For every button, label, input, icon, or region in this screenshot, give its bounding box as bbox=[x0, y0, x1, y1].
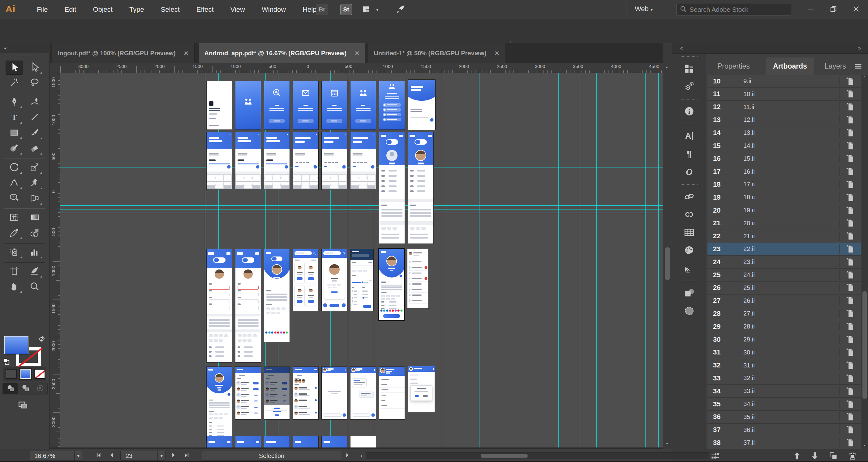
artboard-mobile_intro[interactable]: × bbox=[408, 80, 435, 130]
stock-search-input[interactable]: Search Adobe Stock bbox=[676, 4, 791, 15]
guide-line[interactable] bbox=[645, 73, 646, 448]
artboard-profile_view[interactable] bbox=[379, 132, 405, 243]
column-graph-tool[interactable] bbox=[26, 245, 43, 260]
artboard-name[interactable]: 29.ii bbox=[738, 336, 839, 343]
lasso-tool[interactable] bbox=[26, 76, 43, 90]
guide-line[interactable] bbox=[581, 73, 581, 448]
menu-item-type[interactable]: Type bbox=[121, 6, 153, 13]
artboard-search_results[interactable] bbox=[293, 249, 318, 311]
swatches-panel-button[interactable] bbox=[672, 224, 706, 242]
previous-artboard-button[interactable] bbox=[106, 451, 117, 461]
artboard-enter_number[interactable]: × bbox=[207, 132, 232, 190]
artboard-row[interactable]: 1514.ii bbox=[708, 139, 861, 152]
artboard-welcome[interactable] bbox=[379, 81, 405, 130]
shape-builder-tool[interactable] bbox=[6, 192, 23, 206]
close-tab-icon[interactable]: ✕ bbox=[354, 50, 360, 57]
scroll-up-arrow[interactable]: ⌃ bbox=[665, 66, 669, 71]
direct-selection-tool[interactable] bbox=[26, 61, 43, 75]
artboard-name[interactable]: 33.ii bbox=[738, 388, 839, 395]
artboard-row[interactable]: 3231.ii bbox=[708, 359, 861, 372]
perspective-grid-tool[interactable] bbox=[26, 192, 43, 206]
panel-tab-artboards[interactable]: Artboards bbox=[766, 58, 814, 75]
artboard-page-icon[interactable] bbox=[839, 77, 861, 86]
artboard-row[interactable]: 1312.ii bbox=[708, 113, 861, 126]
artboard-name[interactable]: 17.ii bbox=[738, 181, 839, 188]
artboard-name[interactable]: 28.ii bbox=[738, 323, 839, 330]
artboard-navigation-dropdown[interactable]: 23 ▾ bbox=[120, 451, 165, 461]
artboard-row[interactable]: 3736.ii bbox=[708, 424, 861, 437]
character-panel-button[interactable]: A bbox=[672, 128, 706, 145]
gpu-performance-icon[interactable] bbox=[395, 4, 406, 16]
guide-line[interactable] bbox=[60, 212, 662, 213]
gradient-button[interactable] bbox=[21, 369, 31, 379]
stock-button[interactable]: St bbox=[340, 4, 352, 15]
rectangle-tool[interactable] bbox=[6, 126, 23, 140]
opentype-panel-button[interactable]: O bbox=[672, 164, 706, 181]
artboard-page-icon[interactable] bbox=[839, 244, 861, 254]
artboard-name[interactable]: 13.ii bbox=[738, 129, 839, 136]
selection-tool[interactable] bbox=[6, 61, 23, 75]
artboard-menu[interactable] bbox=[407, 249, 428, 308]
artboard-row[interactable]: 1716.ii bbox=[708, 165, 861, 178]
mesh-tool[interactable] bbox=[6, 211, 23, 225]
artboard-name[interactable]: 15.ii bbox=[738, 155, 839, 162]
artboard-blank[interactable] bbox=[350, 436, 376, 448]
hand-tool[interactable] bbox=[6, 280, 23, 294]
menu-item-window[interactable]: Window bbox=[253, 6, 294, 13]
guide-line[interactable] bbox=[479, 73, 479, 448]
artboard-name[interactable]: 30.ii bbox=[738, 349, 839, 356]
artboard-onboard_team[interactable] bbox=[350, 81, 376, 130]
artboard-name[interactable]: 10.ii bbox=[738, 91, 839, 98]
type-tool[interactable]: T bbox=[6, 111, 23, 125]
blend-tool[interactable] bbox=[26, 226, 43, 240]
artboard-name[interactable]: 35.ii bbox=[738, 414, 839, 421]
artboard-contact_options[interactable] bbox=[379, 367, 405, 419]
artboard-page-icon[interactable] bbox=[839, 374, 861, 383]
artboard-page-icon[interactable] bbox=[839, 193, 861, 202]
artboard-row[interactable]: 2827.ii bbox=[708, 307, 861, 320]
artboard-page-icon[interactable] bbox=[839, 115, 861, 125]
guide-line[interactable] bbox=[442, 73, 442, 448]
canvas[interactable]: ××××××× bbox=[60, 73, 662, 448]
artboard-name[interactable]: 21.ii bbox=[738, 233, 839, 240]
artboard-row[interactable]: 3029.ii bbox=[708, 333, 861, 346]
artboard-notifications[interactable] bbox=[293, 436, 318, 448]
artboard-onboard_calendar[interactable] bbox=[322, 81, 347, 130]
artboard-name[interactable]: 20.ii bbox=[738, 220, 839, 227]
artboard-friends[interactable] bbox=[236, 367, 261, 419]
curvature-tool[interactable] bbox=[26, 95, 43, 109]
artboard-terms[interactable] bbox=[264, 436, 289, 448]
first-artboard-button[interactable] bbox=[93, 451, 104, 461]
artboard-messages[interactable] bbox=[293, 367, 318, 419]
horizontal-scrollbar[interactable] bbox=[366, 453, 709, 459]
ruler-origin-corner[interactable] bbox=[50, 63, 60, 73]
scrollbar-thumb[interactable] bbox=[665, 247, 670, 280]
artboard-onboard_mail[interactable] bbox=[293, 81, 318, 130]
artboard-row[interactable]: 3534.ii bbox=[708, 398, 861, 411]
slice-tool[interactable] bbox=[26, 265, 43, 279]
collapse-tools-button[interactable]: « bbox=[0, 43, 49, 53]
artboard-block_account[interactable] bbox=[236, 436, 261, 448]
document-tab[interactable]: Android_app.pdf* @ 16.67% (RGB/GPU Previ… bbox=[199, 43, 366, 63]
color-button[interactable] bbox=[6, 369, 17, 379]
artboard-row[interactable]: 109.ii bbox=[708, 75, 861, 88]
swap-fill-stroke-icon[interactable] bbox=[38, 335, 46, 344]
artboard-page-icon[interactable] bbox=[839, 154, 861, 163]
artboard-row[interactable]: 3837.ii bbox=[708, 436, 861, 449]
vertical-scrollbar[interactable]: ⌃ ⌄ bbox=[663, 63, 672, 448]
menu-item-file[interactable]: File bbox=[28, 6, 56, 13]
artboard-tool[interactable] bbox=[6, 265, 23, 279]
artboard-name[interactable]: 19.ii bbox=[738, 207, 839, 214]
guide-line[interactable] bbox=[348, 73, 348, 448]
minimize-button[interactable] bbox=[799, 0, 822, 19]
artboard-name[interactable]: 22.ii bbox=[738, 245, 839, 253]
paragraph-panel-button[interactable]: ¶ bbox=[672, 146, 706, 163]
width-tool[interactable] bbox=[6, 176, 23, 190]
artboard-name[interactable]: 9.ii bbox=[738, 77, 839, 85]
default-fill-stroke-icon[interactable] bbox=[2, 358, 10, 366]
line-segment-tool[interactable] bbox=[26, 111, 43, 125]
menu-item-edit[interactable]: Edit bbox=[56, 6, 85, 13]
eraser-tool[interactable] bbox=[26, 141, 43, 156]
close-button[interactable] bbox=[845, 0, 867, 19]
artboard-chat_empty[interactable] bbox=[322, 367, 347, 419]
